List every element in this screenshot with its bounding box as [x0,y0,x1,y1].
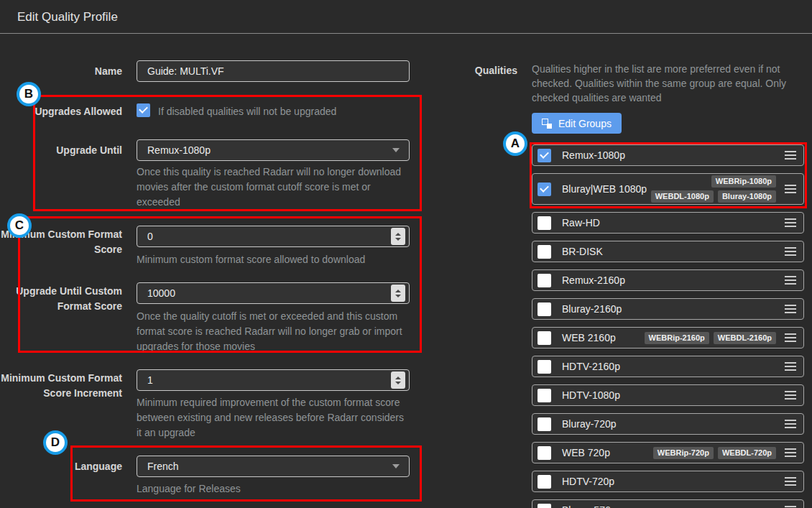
quality-label: Remux-2160p [562,274,625,286]
drag-handle-icon[interactable] [785,481,796,482]
quality-label: Bluray-576p [562,504,617,508]
annotation-marker-a: A [503,131,527,156]
quality-item[interactable]: Remux-2160p [532,269,804,291]
quality-item[interactable]: Bluray|WEB 1080pWEBRip-1080pWEBDL-1080pB… [532,173,804,205]
quality-label: Remux-1080p [562,149,625,161]
quality-badges: WEBRip-2160pWEBDL-2160p [645,330,776,346]
modal-header: Edit Quality Profile [0,0,812,34]
min-format-score-help: Minimum custom format score allowed to d… [137,252,410,267]
modal-title: Edit Quality Profile [17,0,118,34]
edit-groups-icon [542,119,552,129]
upgrade-until-label: Upgrade Until [0,139,122,161]
drag-handle-icon[interactable] [785,222,796,223]
drag-handle-icon[interactable] [785,394,796,396]
number-spinner-icon[interactable] [391,228,405,245]
quality-checkbox[interactable] [538,360,551,374]
upgrade-until-score-label: Upgrade Until Custom Format Score [0,284,122,314]
quality-label: Bluray-720p [562,418,617,430]
quality-item[interactable]: Remux-1080p [532,144,804,166]
quality-list: Remux-1080pBluray|WEB 1080pWEBRip-1080pW… [532,144,804,508]
drag-handle-icon[interactable] [785,366,796,367]
quality-badge: WEBRip-2160p [645,332,709,344]
quality-badge: WEBDL-1080p [651,190,714,203]
annotation-marker-d: D [43,430,68,455]
drag-handle-icon[interactable] [785,154,796,156]
quality-checkbox[interactable] [538,446,551,460]
quality-item[interactable]: WEB 2160pWEBRip-2160pWEBDL-2160p [532,327,804,348]
drag-handle-icon[interactable] [785,188,796,190]
quality-checkbox[interactable] [538,303,551,316]
quality-checkbox[interactable] [538,183,551,196]
quality-checkbox[interactable] [538,417,551,431]
language-value: French [147,461,179,472]
chevron-down-icon [392,464,400,468]
quality-checkbox[interactable] [538,216,551,230]
drag-handle-icon[interactable] [785,337,796,338]
quality-label: HDTV-720p [562,476,614,487]
min-format-score-input[interactable] [137,226,410,247]
quality-checkbox[interactable] [538,389,551,402]
quality-label: WEB 2160p [562,332,616,343]
qualities-help: Qualities higher in the list are more pr… [532,62,798,105]
drag-handle-icon[interactable] [785,308,796,310]
quality-label: HDTV-2160p [562,361,620,372]
quality-badges: WEBRip-1080pWEBDL-1080pBluray-1080p [647,173,776,205]
quality-label: HDTV-1080p [562,389,620,401]
qualities-label: Qualities [431,65,517,76]
quality-checkbox[interactable] [538,504,551,508]
drag-handle-icon[interactable] [785,251,796,252]
language-label: Language [0,456,122,477]
quality-item[interactable]: Bluray-576p [532,499,804,508]
drag-handle-icon[interactable] [785,280,796,281]
quality-badge: Bluray-1080p [718,190,776,203]
language-select[interactable]: French [137,456,410,477]
quality-item[interactable]: Bluray-720p [532,413,804,435]
quality-item[interactable]: HDTV-2160p [532,356,804,377]
quality-checkbox[interactable] [538,331,551,345]
quality-label: Raw-HD [562,217,600,228]
edit-groups-label: Edit Groups [558,118,612,129]
min-format-score-value[interactable] [137,226,409,246]
upgrades-allowed-label: Upgrades Allowed [0,104,122,119]
quality-item[interactable]: Bluray-2160p [532,298,804,320]
upgrade-until-select[interactable]: Remux-1080p [137,139,410,161]
min-increment-help: Minimum required improvement of the cust… [137,395,410,440]
quality-checkbox[interactable] [538,274,551,287]
upgrade-until-score-help: Once the quality cutoff is met or exceed… [137,309,410,354]
quality-item[interactable]: HDTV-720p [532,471,804,492]
quality-item[interactable]: WEB 720pWEBRip-720pWEBDL-720p [532,442,804,463]
upgrade-until-help: Once this quality is reached Radarr will… [137,165,410,210]
quality-badge: WEBDL-2160p [714,332,776,344]
min-increment-value[interactable] [137,370,409,390]
upgrades-allowed-checkbox[interactable] [137,103,150,117]
quality-badge: WEBDL-720p [718,447,776,459]
name-label: Name [0,60,122,82]
edit-groups-button[interactable]: Edit Groups [532,113,622,134]
quality-checkbox[interactable] [538,149,551,162]
drag-handle-icon[interactable] [785,452,796,453]
language-help: Language for Releases [137,481,410,497]
quality-item[interactable]: BR-DISK [532,241,804,262]
upgrade-until-value: Remux-1080p [147,144,211,156]
min-increment-input[interactable] [137,369,410,391]
annotation-marker-b: B [17,82,41,106]
quality-item[interactable]: Raw-HD [532,212,804,234]
number-spinner-icon[interactable] [391,285,405,302]
upgrades-allowed-help: If disabled qualities will not be upgrad… [158,104,417,119]
quality-item[interactable]: HDTV-1080p [532,384,804,406]
quality-checkbox[interactable] [538,475,551,489]
min-format-score-label: Minimum Custom Format Score [0,227,122,257]
edit-quality-profile-modal: Edit Quality Profile Name Upgrades Allow… [0,0,812,508]
quality-label: WEB 720p [562,447,610,458]
quality-badge: WEBRip-1080p [711,175,776,188]
quality-checkbox[interactable] [538,245,551,259]
number-spinner-icon[interactable] [391,371,405,389]
upgrade-until-score-input[interactable] [137,282,410,304]
quality-label: BR-DISK [562,246,603,257]
name-input[interactable] [137,60,410,82]
quality-label: Bluray|WEB 1080p [562,183,647,195]
upgrade-until-score-value[interactable] [137,283,409,303]
drag-handle-icon[interactable] [785,423,796,425]
min-increment-label: Minimum Custom Format Score Increment [0,371,122,401]
quality-badge: WEBRip-720p [653,447,714,459]
